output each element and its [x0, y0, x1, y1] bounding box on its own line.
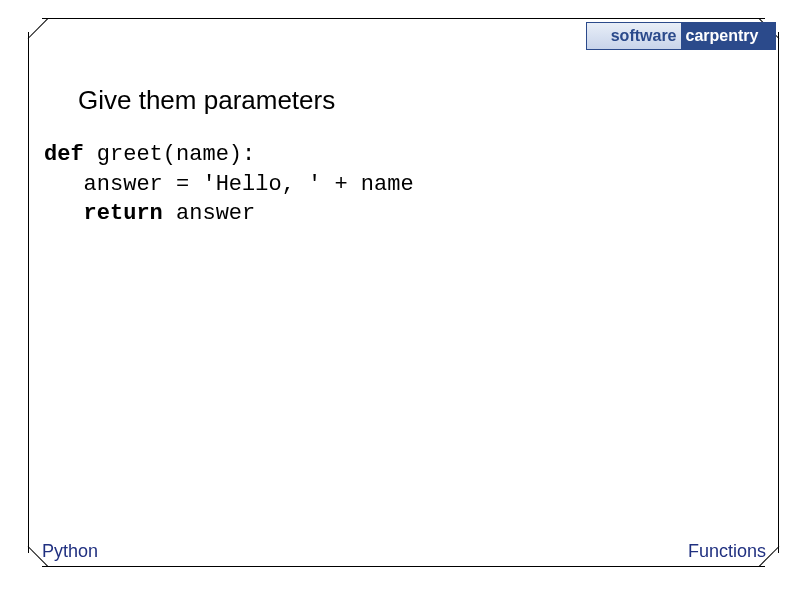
code-block: def greet(name): answer = 'Hello, ' + na…	[44, 140, 414, 229]
logo-right: carpentry	[682, 23, 776, 49]
footer-left: Python	[42, 541, 98, 562]
slide-heading: Give them parameters	[78, 85, 335, 116]
logo-left: software	[587, 23, 682, 49]
footer-right: Functions	[688, 541, 766, 562]
keyword-def: def	[44, 142, 84, 167]
keyword-return: return	[84, 201, 163, 226]
code-return-rest: answer	[163, 201, 255, 226]
code-signature: greet(name):	[84, 142, 256, 167]
brand-logo: software carpentry	[586, 22, 776, 50]
code-line-2: answer = 'Hello, ' + name	[84, 172, 414, 197]
